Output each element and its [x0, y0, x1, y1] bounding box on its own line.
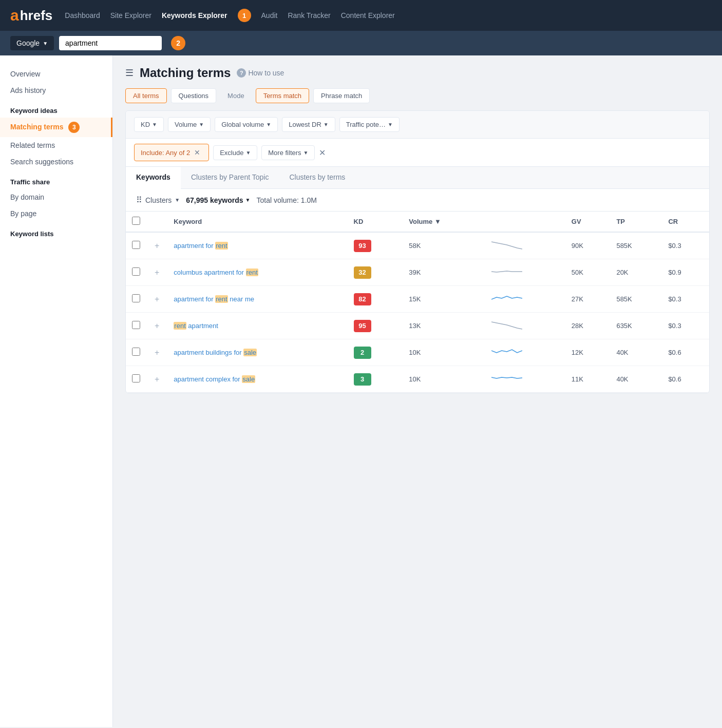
keyword-link-2[interactable]: apartment for rent near me [174, 295, 254, 303]
nav-rank-tracker[interactable]: Rank Tracker [288, 11, 330, 20]
gv-cell-5: 11K [565, 366, 611, 393]
keyword-link-4[interactable]: apartment buildings for sale [174, 349, 257, 356]
add-keyword-button-2[interactable]: + [153, 295, 161, 304]
sidebar-section-traffic-share: Traffic share [0, 170, 112, 189]
include-filter-button[interactable]: Include: Any of 2 ✕ [134, 144, 209, 161]
cr-cell-2: $0.3 [662, 286, 709, 313]
volume-filter-button[interactable]: Volume ▼ [168, 117, 211, 132]
logo: a hrefs [10, 7, 52, 24]
add-keyword-button-3[interactable]: + [153, 321, 161, 331]
traffic-potential-filter-button[interactable]: Traffic pote… ▼ [339, 117, 400, 132]
search-bar: Google ▼ 2 [0, 31, 722, 55]
sidebar-item-matching-terms[interactable]: Matching terms 3 [0, 118, 112, 137]
tp-cell-1: 20K [610, 259, 662, 286]
table-row: + rent apartment 95 13K 28K 635K $0.3 [126, 313, 709, 339]
table-row: + apartment complex for sale 3 10K 11K 4… [126, 366, 709, 393]
add-keyword-button-1[interactable]: + [153, 268, 161, 277]
sidebar: Overview Ads history Keyword ideas Match… [0, 55, 113, 727]
clear-filters-icon[interactable]: ✕ [319, 148, 326, 158]
filter-tabs: All terms Questions Mode Terms match Phr… [125, 88, 710, 103]
row-checkbox-3[interactable] [132, 321, 140, 329]
keyword-link-5[interactable]: apartment complex for sale [174, 375, 255, 383]
cr-cell-1: $0.9 [662, 259, 709, 286]
select-all-checkbox[interactable] [132, 217, 140, 225]
row-checkbox-0[interactable] [132, 241, 140, 249]
traffic-chevron-icon: ▼ [388, 122, 393, 127]
stats-row: ⠿ Clusters ▼ 67,995 keywords ▼ Total vol… [126, 189, 709, 212]
cr-cell-3: $0.3 [662, 313, 709, 339]
tp-cell-3: 635K [610, 313, 662, 339]
sidebar-item-by-page[interactable]: By page [0, 205, 112, 222]
nav-audit[interactable]: Audit [261, 11, 278, 20]
sidebar-section-keyword-ideas: Keyword ideas [0, 99, 112, 118]
sidebar-item-ads-history[interactable]: Ads history [0, 82, 112, 99]
tab-terms-match[interactable]: Terms match [256, 88, 309, 103]
sidebar-item-by-domain[interactable]: By domain [0, 189, 112, 205]
tp-cell-4: 40K [610, 339, 662, 366]
sidebar-item-overview[interactable]: Overview [0, 66, 112, 82]
kd-badge-1: 32 [354, 266, 371, 279]
hamburger-icon[interactable]: ☰ [125, 67, 134, 79]
volume-cell-5: 10K [403, 366, 485, 393]
add-keyword-button-0[interactable]: + [153, 241, 161, 251]
sparkline-cell-3 [485, 313, 565, 339]
col-kd: KD [348, 212, 403, 232]
sparkline-cell-4 [485, 339, 565, 366]
keyword-link-3[interactable]: rent apartment [174, 322, 218, 330]
cr-cell-5: $0.6 [662, 366, 709, 393]
tab-phrase-match[interactable]: Phrase match [313, 88, 370, 103]
more-filters-button[interactable]: More filters ▼ [261, 145, 315, 160]
kd-chevron-icon: ▼ [152, 122, 157, 127]
row-checkbox-5[interactable] [132, 374, 140, 382]
clusters-button[interactable]: ⠿ Clusters ▼ [136, 195, 180, 205]
search-input[interactable] [65, 39, 155, 47]
nav-keywords-explorer[interactable]: Keywords Explorer [162, 11, 227, 20]
kd-badge-4: 2 [354, 347, 371, 359]
row-checkbox-2[interactable] [132, 294, 140, 302]
global-volume-chevron-icon: ▼ [266, 122, 271, 127]
keywords-table: Keyword KD Volume ▼ GV TP CR + apartment… [126, 212, 709, 393]
col-keyword: Keyword [167, 212, 347, 232]
kd-filter-button[interactable]: KD ▼ [134, 117, 164, 132]
global-volume-filter-button[interactable]: Global volume ▼ [215, 117, 278, 132]
col-sparkline [485, 212, 565, 232]
table-row: + columbus apartment for rent 32 39K 50K… [126, 259, 709, 286]
how-to-use-button[interactable]: ? How to use [237, 68, 284, 78]
tp-cell-5: 40K [610, 366, 662, 393]
tab-clusters-terms[interactable]: Clusters by terms [279, 167, 355, 188]
nav-dashboard[interactable]: Dashboard [65, 11, 100, 20]
row-checkbox-4[interactable] [132, 348, 140, 356]
tab-clusters-parent-topic[interactable]: Clusters by Parent Topic [181, 167, 279, 188]
help-icon: ? [237, 68, 246, 78]
page-title: Matching terms [140, 66, 231, 80]
keyword-link-1[interactable]: columbus apartment for rent [174, 269, 258, 276]
search-input-wrapper [59, 36, 162, 50]
volume-cell-2: 15K [403, 286, 485, 313]
nav-site-explorer[interactable]: Site Explorer [110, 11, 151, 20]
logo-rest: hrefs [20, 8, 53, 24]
search-engine-button[interactable]: Google ▼ [10, 36, 54, 50]
exclude-filter-button[interactable]: Exclude ▼ [213, 145, 257, 160]
kd-badge-3: 95 [354, 320, 371, 332]
keyword-link-0[interactable]: apartment for rent [174, 242, 227, 250]
sidebar-item-search-suggestions[interactable]: Search suggestions [0, 154, 112, 170]
tab-questions[interactable]: Questions [171, 88, 217, 103]
row-checkbox-1[interactable] [132, 267, 140, 276]
clusters-chevron-icon: ▼ [175, 197, 180, 203]
tab-all-terms[interactable]: All terms [125, 88, 167, 103]
sidebar-item-related-terms[interactable]: Related terms [0, 137, 112, 154]
table-row: + apartment for rent 93 58K 90K 585K $0.… [126, 232, 709, 259]
keywords-count-chevron-icon: ▼ [245, 197, 251, 203]
keywords-table-wrapper: Keyword KD Volume ▼ GV TP CR + apartment… [126, 212, 709, 393]
search-engine-label: Google [16, 39, 40, 47]
add-keyword-button-4[interactable]: + [153, 348, 161, 357]
keywords-count-button[interactable]: 67,995 keywords ▼ [186, 196, 250, 204]
add-keyword-button-5[interactable]: + [153, 375, 161, 384]
gv-cell-1: 50K [565, 259, 611, 286]
lowest-dr-filter-button[interactable]: Lowest DR ▼ [282, 117, 335, 132]
include-close-icon[interactable]: ✕ [192, 147, 202, 158]
kd-badge-2: 82 [354, 293, 371, 305]
nav-content-explorer[interactable]: Content Explorer [341, 11, 395, 20]
tab-keywords[interactable]: Keywords [126, 167, 181, 189]
sparkline-cell-1 [485, 259, 565, 286]
